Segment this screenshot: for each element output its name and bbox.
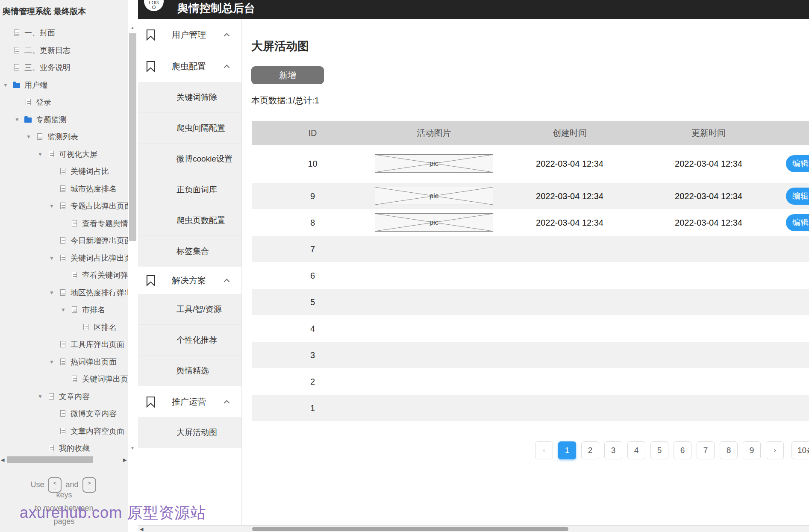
tree-item[interactable]: 查看专题舆情 bbox=[0, 215, 128, 232]
caret-down-icon[interactable]: ▼ bbox=[1, 76, 10, 94]
caret-down-icon[interactable]: ▼ bbox=[59, 301, 68, 318]
tree-item[interactable]: ▼可视化大屏 bbox=[0, 146, 128, 163]
pagination-page-1[interactable]: 1 bbox=[558, 441, 576, 459]
tree-horizontal-scrollbar-thumb[interactable] bbox=[7, 456, 93, 463]
menu-item-sentiment-lexicon[interactable]: 正负面词库 bbox=[138, 174, 241, 205]
tree-item[interactable]: 我的收藏 bbox=[0, 440, 128, 457]
app-root: 舆情管理系统 最终版本 一、封面 二、更新日志 三、业务说明 ▼用户端 登录 ▼… bbox=[0, 0, 809, 532]
scroll-left-icon[interactable]: ◀ bbox=[1, 456, 4, 463]
side-menu: 用户管理 爬虫配置 关键词筛除 爬虫间隔配置 微博cookie设置 正负面词库 … bbox=[138, 19, 242, 525]
scroll-down-icon[interactable]: ▼ bbox=[129, 445, 136, 451]
edit-button[interactable]: 编辑 bbox=[786, 155, 809, 172]
tree-item[interactable]: ▼市排名 bbox=[0, 301, 128, 318]
tree-item[interactable]: 微博文章内容 bbox=[0, 405, 128, 422]
caret-down-icon[interactable]: ▼ bbox=[36, 388, 44, 405]
cell-id: 4 bbox=[252, 316, 373, 341]
content-horizontal-scrollbar-thumb[interactable] bbox=[252, 527, 568, 531]
menu-item-tag-collection[interactable]: 标签集合 bbox=[138, 236, 241, 267]
edit-button[interactable]: 编辑 bbox=[786, 214, 809, 231]
page-icon bbox=[72, 220, 77, 226]
tree-item[interactable]: ▼地区热度排行弹出页 bbox=[0, 284, 128, 301]
tree-item[interactable]: 一、封面 bbox=[0, 24, 128, 41]
page-title: 大屏活动图 bbox=[251, 38, 309, 54]
caret-down-icon[interactable]: ▼ bbox=[47, 284, 56, 301]
pager-help-line3: to move between bbox=[0, 504, 128, 513]
menu-section-crawler-config[interactable]: 爬虫配置 bbox=[138, 50, 241, 82]
caret-down-icon[interactable]: ▼ bbox=[13, 111, 21, 128]
pagination-page-3[interactable]: 3 bbox=[604, 441, 622, 459]
page-icon bbox=[60, 359, 65, 365]
tree-item[interactable]: 登录 bbox=[0, 94, 128, 111]
tree-item[interactable]: ▼文章内容 bbox=[0, 388, 128, 405]
caret-down-icon[interactable]: ▼ bbox=[47, 353, 56, 370]
pager-help-line2: keys bbox=[0, 491, 128, 500]
menu-item-big-screen-activity[interactable]: 大屏活动图 bbox=[138, 417, 241, 448]
tree-item[interactable]: 工具库弹出页面 bbox=[0, 336, 128, 353]
menu-item-keyword-filter[interactable]: 关键词筛除 bbox=[138, 82, 241, 113]
caret-down-icon[interactable]: ▼ bbox=[24, 128, 33, 145]
cell-id: 1 bbox=[252, 395, 373, 421]
scroll-up-icon[interactable]: ▲ bbox=[129, 25, 136, 31]
tree-item[interactable]: 查看关键词弹出 bbox=[0, 267, 128, 284]
edit-button[interactable]: 编辑 bbox=[786, 188, 809, 205]
column-header-updated: 更新时间 bbox=[644, 121, 773, 145]
pagination-page-7[interactable]: 7 bbox=[697, 441, 715, 459]
page-icon bbox=[60, 428, 65, 434]
pic-label: pic bbox=[375, 155, 493, 172]
pagination-page-6[interactable]: 6 bbox=[674, 441, 691, 459]
chevron-up-icon[interactable] bbox=[224, 279, 230, 282]
pagination-prev-button[interactable]: ‹ bbox=[535, 441, 553, 459]
tree-item[interactable]: ▼专题监测 bbox=[0, 111, 128, 128]
menu-item-crawl-pages[interactable]: 爬虫页数配置 bbox=[138, 205, 241, 236]
caret-down-icon[interactable]: ▼ bbox=[47, 250, 56, 267]
tree-item[interactable]: ▼专题占比弹出页面 bbox=[0, 197, 128, 215]
menu-section-promotion-ops[interactable]: 推广运营 bbox=[138, 386, 241, 417]
pagination-page-9[interactable]: 9 bbox=[743, 441, 761, 459]
tree-item[interactable]: 今日新增弹出页面 bbox=[0, 232, 128, 249]
pagination-page-5[interactable]: 5 bbox=[650, 441, 668, 459]
tree-item[interactable]: ▼用户端 bbox=[0, 76, 128, 94]
menu-item-crawl-interval[interactable]: 爬虫间隔配置 bbox=[138, 113, 241, 144]
page-icon bbox=[49, 393, 54, 400]
chevron-up-icon[interactable] bbox=[224, 400, 230, 404]
tree-item[interactable]: ▼监测列表 bbox=[0, 128, 128, 145]
content-horizontal-scrollbar[interactable]: ◀ bbox=[138, 525, 809, 532]
tree-item[interactable]: 关键词弹出页面 bbox=[0, 370, 128, 388]
caret-down-icon[interactable]: ▼ bbox=[36, 146, 44, 163]
pagination-page-4[interactable]: 4 bbox=[627, 441, 645, 459]
tree-item[interactable]: 区排名 bbox=[0, 319, 128, 336]
tree-vertical-scrollbar-thumb[interactable] bbox=[129, 33, 136, 241]
menu-item-personalized-reco[interactable]: 个性化推荐 bbox=[138, 325, 241, 356]
tree-item[interactable]: 三、业务说明 bbox=[0, 59, 128, 76]
tree-item[interactable]: 城市热度排名 bbox=[0, 180, 128, 197]
cell-updated: 2022-03-04 12:34 bbox=[644, 210, 773, 235]
tree-item[interactable]: ▼热词弹出页面 bbox=[0, 353, 128, 370]
pagination-page-8[interactable]: 8 bbox=[720, 441, 738, 459]
page-icon bbox=[60, 255, 65, 261]
pagination-next-button[interactable]: › bbox=[766, 441, 784, 459]
tree-item[interactable]: 关键词占比 bbox=[0, 163, 128, 180]
menu-item-tools-resources[interactable]: 工具/智/资源 bbox=[138, 294, 241, 325]
tree-item[interactable]: 二、更新日志 bbox=[0, 42, 128, 59]
menu-item-opinion-selection[interactable]: 舆情精选 bbox=[138, 356, 241, 386]
add-button[interactable]: 新增 bbox=[251, 66, 324, 84]
activity-image-placeholder: pic bbox=[375, 187, 493, 205]
cell-id: 3 bbox=[252, 342, 373, 368]
cell-id: 2 bbox=[252, 369, 373, 394]
caret-down-icon[interactable]: ▼ bbox=[47, 197, 56, 215]
help-and-text: and bbox=[65, 480, 78, 489]
menu-item-weibo-cookie[interactable]: 微博cookie设置 bbox=[138, 144, 241, 174]
menu-section-solutions[interactable]: 解决方案 bbox=[138, 267, 241, 294]
tree-item[interactable]: 文章内容空页面 bbox=[0, 423, 128, 440]
submenu-crawler-config: 关键词筛除 爬虫间隔配置 微博cookie设置 正负面词库 爬虫页数配置 标签集… bbox=[138, 82, 241, 267]
page-size-select[interactable]: 10条 bbox=[791, 441, 809, 459]
chevron-up-icon[interactable] bbox=[224, 33, 230, 37]
menu-section-user-management[interactable]: 用户管理 bbox=[138, 19, 241, 50]
scroll-right-icon[interactable]: ▶ bbox=[123, 456, 126, 463]
chevron-up-icon[interactable] bbox=[224, 65, 230, 68]
tree-item[interactable]: ▼关键词占比弹出页 bbox=[0, 250, 128, 267]
cell-updated: 2022-03-04 12:34 bbox=[644, 145, 773, 182]
pagination-page-2[interactable]: 2 bbox=[581, 441, 599, 459]
scroll-left-icon[interactable]: ◀ bbox=[140, 526, 143, 532]
pic-label: pic bbox=[375, 187, 493, 205]
